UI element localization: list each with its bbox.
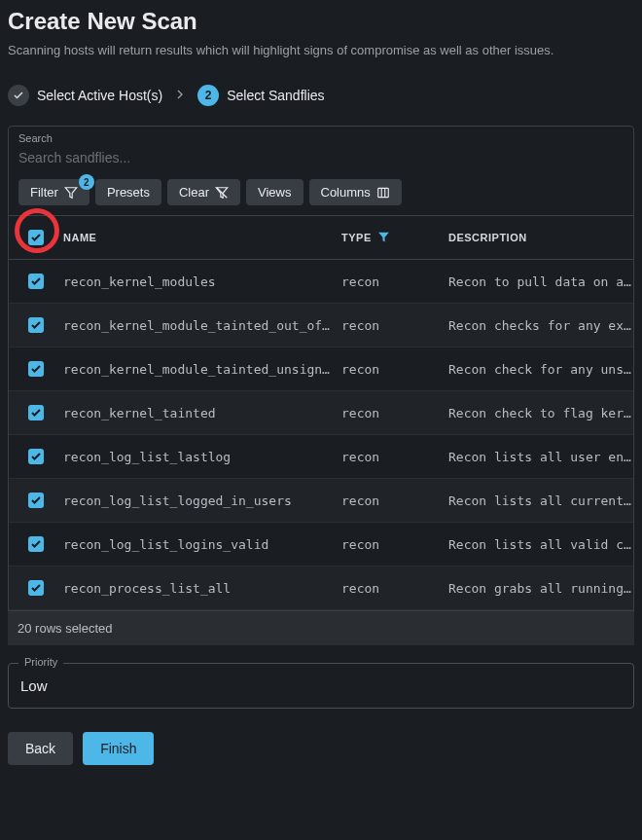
table-panel: Search Filter 2 Presets Clear Views Colu… xyxy=(8,126,634,611)
row-type: recon xyxy=(341,274,448,289)
table-row[interactable]: recon_log_list_logins_validreconRecon li… xyxy=(9,523,633,566)
filter-icon xyxy=(64,186,78,200)
priority-value: Low xyxy=(20,677,622,694)
row-checkbox[interactable] xyxy=(28,317,44,333)
table-row[interactable]: recon_log_list_logged_in_usersreconRecon… xyxy=(9,479,633,523)
row-description: Recon lists all user entri xyxy=(448,450,633,464)
row-checkbox[interactable] xyxy=(28,361,44,377)
svg-marker-6 xyxy=(378,232,389,241)
row-type: recon xyxy=(341,362,448,377)
row-name: recon_kernel_module_tainted_unsign… xyxy=(63,362,341,377)
row-checkbox[interactable] xyxy=(28,449,44,464)
stepper: Select Active Host(s) 2 Select Sandflies xyxy=(0,69,642,126)
step-1[interactable]: Select Active Host(s) xyxy=(8,85,162,106)
row-type: recon xyxy=(341,406,448,420)
columns-button[interactable]: Columns xyxy=(309,179,402,205)
row-description: Recon lists all currently xyxy=(448,493,633,508)
arrow-right-icon xyxy=(172,87,188,105)
row-name: recon_log_list_logged_in_users xyxy=(63,493,341,508)
filter-active-icon xyxy=(377,231,390,245)
row-type: recon xyxy=(341,581,448,596)
search-label: Search xyxy=(18,132,624,144)
table-row[interactable]: recon_kernel_modulesreconRecon to pull d… xyxy=(9,260,633,304)
row-description: Recon grabs all running pr xyxy=(448,581,633,596)
row-type: recon xyxy=(341,493,448,508)
column-name-header[interactable]: NAME xyxy=(63,232,341,243)
row-description: Recon lists all valid curr xyxy=(448,537,633,552)
row-checkbox[interactable] xyxy=(28,493,44,508)
row-checkbox[interactable] xyxy=(28,536,44,552)
back-button[interactable]: Back xyxy=(8,732,73,765)
svg-marker-0 xyxy=(65,187,77,198)
row-name: recon_process_list_all xyxy=(63,581,341,596)
row-description: Recon check for any unsign xyxy=(448,362,633,377)
presets-button[interactable]: Presets xyxy=(95,179,161,205)
search-input[interactable] xyxy=(18,146,624,169)
row-type: recon xyxy=(341,450,448,464)
svg-rect-3 xyxy=(378,188,389,197)
filter-button[interactable]: Filter 2 xyxy=(18,179,89,205)
table-row[interactable]: recon_kernel_taintedreconRecon check to … xyxy=(9,391,633,435)
row-name: recon_kernel_tainted xyxy=(63,406,341,420)
step-2-number: 2 xyxy=(197,85,219,106)
row-type: recon xyxy=(341,318,448,333)
step-2[interactable]: 2 Select Sandflies xyxy=(197,85,324,106)
row-name: recon_log_list_lastlog xyxy=(63,450,341,464)
row-description: Recon to pull data on all xyxy=(448,274,633,289)
row-name: recon_log_list_logins_valid xyxy=(63,537,341,552)
table-header: NAME TYPE DESCRIPTION xyxy=(9,215,633,260)
row-checkbox[interactable] xyxy=(28,405,44,420)
svg-line-2 xyxy=(217,187,228,198)
finish-button[interactable]: Finish xyxy=(83,732,154,765)
check-icon xyxy=(8,85,29,106)
filter-label: Filter xyxy=(30,185,58,200)
presets-label: Presets xyxy=(107,185,150,200)
step-2-label: Select Sandflies xyxy=(227,88,324,103)
select-all-checkbox[interactable] xyxy=(28,230,44,245)
priority-select[interactable]: Priority Low xyxy=(8,663,634,709)
columns-label: Columns xyxy=(321,185,371,200)
clear-button[interactable]: Clear xyxy=(167,179,240,205)
row-checkbox[interactable] xyxy=(28,274,44,289)
row-name: recon_kernel_module_tainted_out_of… xyxy=(63,318,341,333)
filter-badge: 2 xyxy=(79,174,94,190)
filter-off-icon xyxy=(215,186,229,200)
column-description-header[interactable]: DESCRIPTION xyxy=(448,232,633,243)
views-button[interactable]: Views xyxy=(246,179,303,205)
page-title: Create New Scan xyxy=(8,8,634,35)
row-description: Recon checks for any exter xyxy=(448,318,633,333)
table-row[interactable]: recon_kernel_module_tainted_out_of…recon… xyxy=(9,304,633,347)
table-row[interactable]: recon_kernel_module_tainted_unsign…recon… xyxy=(9,347,633,391)
row-description: Recon check to flag kernel xyxy=(448,406,633,420)
columns-icon xyxy=(376,186,390,200)
step-1-label: Select Active Host(s) xyxy=(37,88,162,103)
row-type: recon xyxy=(341,537,448,552)
clear-label: Clear xyxy=(179,185,209,200)
table-row[interactable]: recon_process_list_allreconRecon grabs a… xyxy=(9,566,633,610)
views-label: Views xyxy=(258,185,291,200)
priority-label: Priority xyxy=(18,656,63,668)
page-subtitle: Scanning hosts will return results which… xyxy=(8,43,634,57)
column-type-header[interactable]: TYPE xyxy=(341,231,448,245)
selection-footer: 20 rows selected xyxy=(8,611,634,645)
row-checkbox[interactable] xyxy=(28,580,44,596)
row-name: recon_kernel_modules xyxy=(63,274,341,289)
table-row[interactable]: recon_log_list_lastlogreconRecon lists a… xyxy=(9,435,633,479)
